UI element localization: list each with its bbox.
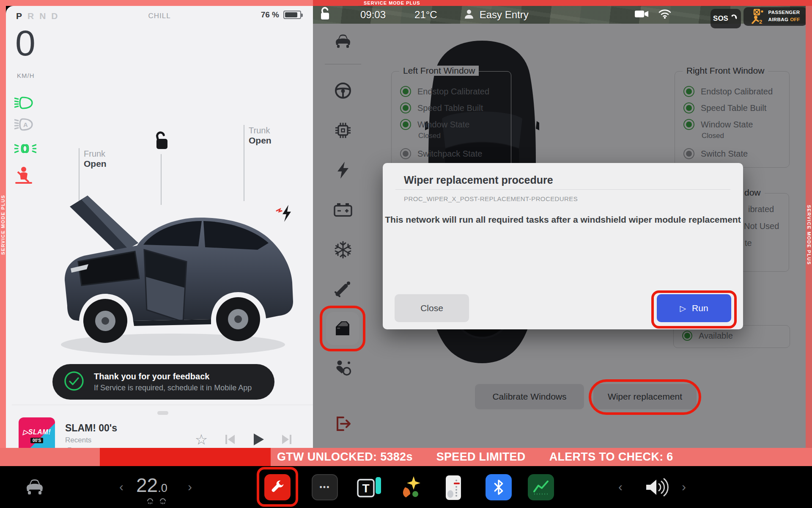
dialog-divider [395, 189, 730, 190]
clock[interactable]: 09:03 [360, 9, 386, 21]
gauge-app-button[interactable] [443, 475, 464, 502]
car-icon [24, 477, 46, 496]
media-title: SLAM! 00's [65, 422, 117, 434]
close-button[interactable]: Close [395, 294, 469, 322]
cluster-panel: P R N D CHILL 76 % 0 KM/H A Frunk Open [6, 6, 313, 448]
annotation-ring-run-button [651, 290, 737, 329]
media-drawer-handle[interactable] [157, 411, 168, 415]
holiday-app-button[interactable] [399, 475, 424, 501]
toybox-icon: T [356, 475, 382, 499]
airbag-state: OFF [790, 17, 800, 22]
temp-down-button[interactable]: ‹ [119, 480, 123, 494]
svg-text:A: A [23, 121, 28, 128]
taskbar: ‹ 22.0 › ••• T ‹ › [0, 466, 812, 508]
driver-profile-name[interactable]: Easy Entry [480, 9, 529, 21]
check-circle-icon [63, 370, 85, 393]
alerts-to-check-status: ALERTS TO CHECK: 6 [549, 450, 673, 464]
album-play-glyph: ▷ [23, 428, 28, 436]
next-track-button[interactable] [277, 430, 296, 449]
speed-limited-status: SPEED LIMITED [436, 450, 526, 464]
media-divider [12, 405, 319, 405]
climate-vent-icons[interactable] [146, 497, 167, 505]
wifi-icon[interactable] [658, 9, 672, 21]
vehicle-3d-view[interactable] [38, 179, 304, 371]
gtw-unlocked-status: GTW UNLOCKED: 5382s [277, 450, 413, 464]
cabin-temperature[interactable]: 22.0 [136, 474, 167, 497]
dialog-procedure-code: PROC_WIPER_X_POST-REPLACEMENT-PROCEDURES [404, 195, 578, 202]
charts-app-button[interactable] [528, 474, 554, 500]
dialog-description: This network will run all required tasks… [383, 215, 743, 225]
unlocked-padlock-icon [153, 130, 170, 153]
outside-temperature[interactable]: 21°C [414, 9, 437, 21]
service-mode-left-border: SERVICE MODE PLUS [0, 0, 6, 466]
service-mode-top-label: SERVICE MODE PLUS [364, 0, 420, 6]
more-apps-button[interactable]: ••• [312, 474, 338, 500]
frunk-label: Frunk Open [84, 149, 107, 169]
toast-subtitle: If Service is required, schedule it in M… [94, 384, 252, 392]
screen: P R N D CHILL 76 % 0 KM/H A Frunk Open [0, 0, 812, 508]
service-alert-banner: GTW UNLOCKED: 5382s SPEED LIMITED ALERTS… [0, 448, 812, 466]
toast-title: Thank you for your feedback [94, 372, 252, 381]
play-button[interactable] [249, 430, 267, 449]
favorite-button[interactable]: ☆ [192, 430, 211, 449]
dashcam-icon[interactable] [634, 9, 649, 20]
dialog-title: Wiper replacement procedure [404, 174, 553, 186]
sos-phone-icon [730, 14, 738, 24]
low-beam-icon [14, 96, 34, 111]
charge-port-bolt-icon [276, 204, 295, 224]
svg-text:T: T [362, 482, 369, 495]
volume-button[interactable] [643, 475, 670, 501]
passenger-airbag-indicator: 2 PASSENGER AIRBAGOFF [743, 7, 807, 26]
airbag-warning-icon: 2 [751, 9, 765, 24]
seatbelt-warning-icon [14, 166, 34, 181]
airbag-line2: AIRBAG [768, 17, 789, 22]
speed-value: 0 [15, 25, 36, 61]
volume-up-button[interactable]: › [682, 480, 686, 494]
bluetooth-icon [492, 479, 505, 496]
album-name: SLAM! [28, 428, 51, 436]
annotation-ring-wrench-app [257, 467, 298, 507]
ellipsis-icon: ••• [320, 483, 330, 492]
temp-up-button[interactable]: › [188, 480, 192, 494]
annotation-ring-wiper-button [589, 379, 701, 415]
gauge-icon [443, 475, 464, 501]
chart-icon [532, 478, 550, 497]
car-controls-button[interactable] [24, 477, 46, 497]
trunk-label: Trunk Open [249, 126, 272, 146]
service-mode-right-border: SERVICE MODE PLUS [806, 6, 812, 448]
holiday-star-icon [399, 475, 424, 499]
battery-percent: 76 % [261, 10, 279, 19]
previous-track-button[interactable] [221, 430, 239, 449]
battery-status: 76 % [261, 10, 301, 19]
speaker-icon [643, 475, 670, 499]
feedback-toast[interactable]: Thank you for your feedback If Service i… [52, 364, 274, 400]
service-mode-right-label: SERVICE MODE PLUS [807, 205, 812, 265]
volume-down-button[interactable]: ‹ [618, 480, 623, 494]
auto-headlight-icon: A [14, 117, 34, 133]
toybox-app-button[interactable]: T [356, 475, 382, 501]
driver-profile-icon [464, 8, 475, 21]
battery-icon [283, 11, 301, 19]
annotation-ring-door-tab [320, 306, 365, 351]
media-subtitle: Recents [65, 436, 91, 444]
position-lights-icon [14, 141, 34, 157]
service-mode-left-label: SERVICE MODE PLUS [0, 195, 5, 255]
speed-unit: KM/H [17, 72, 35, 79]
airbag-line1: PASSENGER [768, 10, 800, 15]
album-badge: 00'S [30, 438, 43, 443]
service-mode-top-border-left [0, 0, 313, 6]
unlocked-icon [319, 7, 332, 23]
alert-banner-red-block [100, 448, 271, 466]
bluetooth-app-button[interactable] [486, 474, 512, 500]
